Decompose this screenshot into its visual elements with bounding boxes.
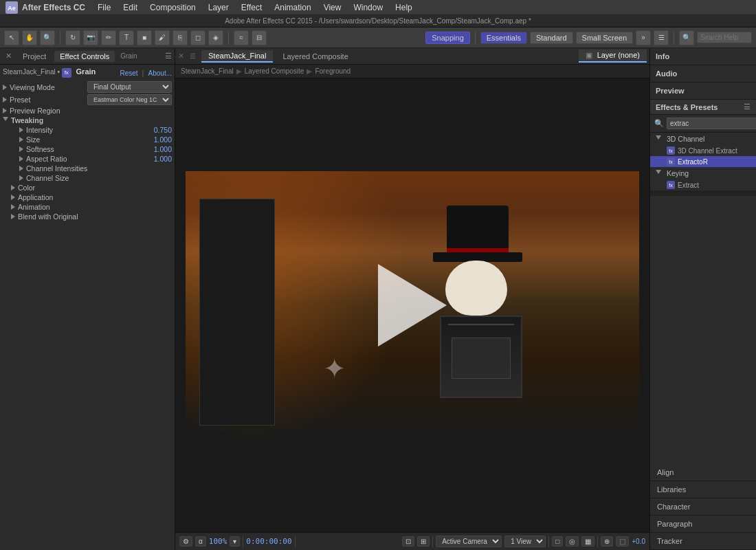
vc-transparency-btn[interactable]: ⬚ [616,536,629,547]
vc-motion-blur-btn[interactable]: ◎ [566,536,579,547]
ec-preview-region-toggle[interactable] [3,108,7,113]
ec-animation-toggle[interactable] [11,204,15,210]
workspace-standard-btn[interactable]: Standard [530,32,573,44]
rp-audio-section[interactable]: Audio [650,65,756,82]
tab-project[interactable]: Project [17,51,52,62]
workspace-edit-btn[interactable]: ☰ [654,30,669,45]
camera-tool-btn[interactable]: 📷 [83,30,98,45]
ec-size-toggle[interactable] [19,137,23,142]
vc-alpha-btn[interactable]: α [195,536,206,547]
comp-close-btn[interactable]: ✕ [178,52,184,60]
ec-aspect-ratio-toggle[interactable] [19,156,23,162]
workspace-small-screen-btn[interactable]: Small Screen [576,32,633,44]
ec-color-label: Color [18,184,172,192]
breadcrumb-layered[interactable]: Layered Composite [245,67,304,75]
ec-viewing-mode-toggle[interactable] [3,85,7,90]
rp-preview-section[interactable]: Preview [650,82,756,100]
rp-character-section[interactable]: Character [650,498,756,516]
search-btn[interactable]: 🔍 [679,30,694,45]
vc-timecode[interactable]: 0:00:00:00 [246,537,291,546]
play-button[interactable] [378,264,447,346]
rp-align-section[interactable]: Align [650,464,756,481]
vc-exposure[interactable]: +0.0 [632,538,645,545]
layer-tab[interactable]: ▣ Layer (none) [579,50,647,63]
ec-viewing-mode-select[interactable]: Final Output [87,81,172,93]
breadcrumb: SteamJack_Final ▶ Layered Composite ▶ Fo… [181,67,351,75]
vc-zoom-dropdown-btn[interactable]: ▾ [230,536,240,547]
ec-about-btn[interactable]: About... [148,69,172,77]
effect-controls-panel: SteamJack_Final • fx Grain Reset | About… [0,65,175,550]
selection-tool-btn[interactable]: ↖ [4,30,19,45]
ec-channel-intensities-toggle[interactable] [19,166,23,171]
ep-category-keying[interactable]: Keying [650,167,756,179]
paint-tool-btn[interactable]: 🖌 [155,30,170,45]
panel-menu-btn[interactable]: ☰ [165,52,172,60]
rp-info-section[interactable]: Info [650,48,756,65]
tab-effect-controls[interactable]: Effect Controls [54,51,115,62]
motion-sketch-btn[interactable]: ≈ [234,30,249,45]
vc-draft-btn[interactable]: □ [552,536,563,547]
ec-intensity-value[interactable]: 0.750 [137,126,172,134]
vc-roi-btn[interactable]: ⊕ [601,536,613,547]
ep-menu-btn[interactable]: ☰ [744,102,751,111]
menu-item-view[interactable]: View [318,1,347,14]
ec-color-toggle[interactable] [11,185,15,190]
vc-camera-select[interactable]: Active Camera [436,536,502,547]
ec-softness-toggle[interactable] [19,146,23,152]
ec-size-value[interactable]: 1.000 [137,135,172,144]
zoom-tool-btn[interactable]: 🔍 [40,30,55,45]
ep-item-3d-channel-extract[interactable]: fx 3D Channel Extract [650,145,756,156]
menu-item-effect[interactable]: Effect [236,1,267,14]
ep-category-3d-channel[interactable]: 3D Channel [650,133,756,145]
rp-libraries-section[interactable]: Libraries [650,481,756,498]
workspace-more-btn[interactable]: » [636,30,651,45]
menu-item-composition[interactable]: Composition [144,1,201,14]
ec-intensity-toggle[interactable] [19,127,23,133]
menu-item-window[interactable]: Window [348,1,388,14]
ec-channel-size-toggle[interactable] [19,175,23,181]
comp-tab-steamjack[interactable]: SteamJack_Final [201,50,273,63]
breadcrumb-steamjack[interactable]: SteamJack_Final [181,67,234,75]
ep-search-input[interactable] [667,118,756,129]
breadcrumb-foreground[interactable]: Foreground [315,67,351,75]
ec-application-toggle[interactable] [11,195,15,200]
align-btn[interactable]: ⊟ [252,30,267,45]
ec-preset-select[interactable]: Eastman Color Neg 1C [87,94,172,105]
vc-grid-btn[interactable]: ⊞ [417,536,430,547]
ep-item-extract[interactable]: fx Extract [650,179,756,190]
ec-tweaking-toggle[interactable] [3,117,8,124]
ec-reset-btn[interactable]: Reset [120,69,137,77]
comp-tab-layered[interactable]: Layered Composite [276,51,355,62]
sparkle-decoration: ✦ [323,353,346,384]
ec-blend-toggle[interactable] [11,214,15,219]
ec-aspect-ratio-value[interactable]: 1.000 [137,155,172,163]
workspace-essentials-btn[interactable]: Essentials [480,32,527,44]
clone-tool-btn[interactable]: ⎘ [173,30,188,45]
panel-close-btn[interactable]: ✕ [3,52,14,60]
ec-softness-value[interactable]: 1.000 [137,145,172,153]
ec-intensity-row: Intensity 0.750 [19,125,172,135]
hand-tool-btn[interactable]: ✋ [22,30,37,45]
vc-view-select[interactable]: 1 View [504,536,546,547]
menu-item-help[interactable]: Help [390,1,418,14]
rp-tracker-section[interactable]: Tracker [650,533,756,550]
vc-settings-btn[interactable]: ⚙ [179,536,192,547]
puppet-tool-btn[interactable]: ◈ [208,30,223,45]
ec-preset-toggle[interactable] [3,97,7,102]
rotation-tool-btn[interactable]: ↻ [65,30,80,45]
menu-item-layer[interactable]: Layer [203,1,234,14]
pen-tool-btn[interactable]: ✏ [101,30,116,45]
snapping-btn[interactable]: Snapping [425,32,470,44]
search-help-input[interactable] [697,32,752,43]
vc-zoom-level[interactable]: 100% [209,537,227,546]
rp-paragraph-section[interactable]: Paragraph [650,516,756,533]
shape-tool-btn[interactable]: ■ [137,30,152,45]
menu-item-file[interactable]: File [92,1,116,14]
vc-resolution-btn[interactable]: ▦ [581,536,594,547]
menu-item-edit[interactable]: Edit [118,1,143,14]
ep-item-extractorR[interactable]: fx ExtractoR [650,156,756,167]
menu-item-animation[interactable]: Animation [269,1,316,14]
text-tool-btn[interactable]: T [119,30,134,45]
vc-region-btn[interactable]: ⊡ [402,536,414,547]
eraser-tool-btn[interactable]: ◻ [190,30,205,45]
